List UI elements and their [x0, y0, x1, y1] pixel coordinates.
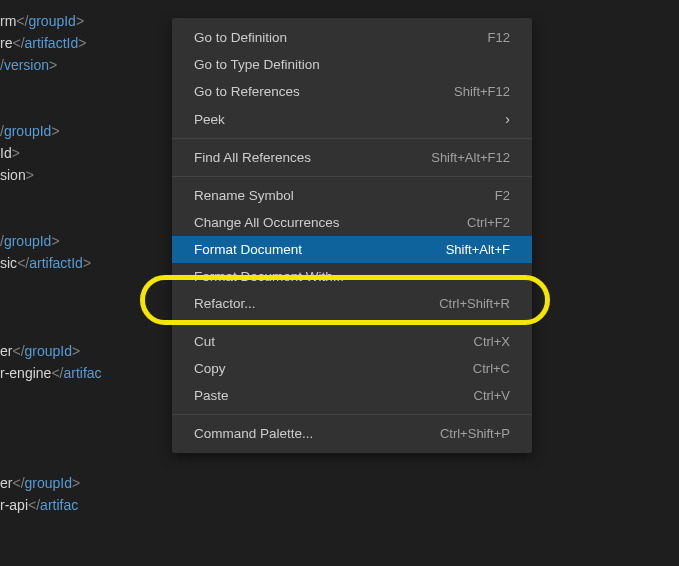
menu-item-shortcut: F12: [488, 30, 510, 45]
menu-item-label: Peek: [194, 112, 225, 127]
menu-item-rename-symbol[interactable]: Rename SymbolF2: [172, 182, 532, 209]
menu-item-shortcut: Ctrl+Shift+R: [439, 296, 510, 311]
code-line: [0, 450, 679, 472]
menu-item-label: Refactor...: [194, 296, 256, 311]
menu-item-label: Rename Symbol: [194, 188, 294, 203]
menu-item-label: Find All References: [194, 150, 311, 165]
menu-separator: [172, 138, 532, 139]
code-line: r-api</artifac: [0, 494, 679, 516]
menu-item-find-all-references[interactable]: Find All ReferencesShift+Alt+F12: [172, 144, 532, 171]
menu-item-change-all-occurrences[interactable]: Change All OccurrencesCtrl+F2: [172, 209, 532, 236]
menu-item-paste[interactable]: PasteCtrl+V: [172, 382, 532, 409]
menu-item-command-palette[interactable]: Command Palette...Ctrl+Shift+P: [172, 420, 532, 447]
menu-item-peek[interactable]: Peek›: [172, 105, 532, 133]
menu-separator: [172, 414, 532, 415]
menu-item-shortcut: Shift+Alt+F: [446, 242, 510, 257]
menu-item-format-document-with[interactable]: Format Document With...: [172, 263, 532, 290]
menu-item-shortcut: Ctrl+Shift+P: [440, 426, 510, 441]
menu-item-go-to-references[interactable]: Go to ReferencesShift+F12: [172, 78, 532, 105]
menu-separator: [172, 176, 532, 177]
menu-item-shortcut: Ctrl+F2: [467, 215, 510, 230]
menu-item-label: Paste: [194, 388, 229, 403]
menu-item-label: Cut: [194, 334, 215, 349]
menu-item-label: Format Document With...: [194, 269, 344, 284]
menu-item-shortcut: Shift+Alt+F12: [431, 150, 510, 165]
menu-item-go-to-type-definition[interactable]: Go to Type Definition: [172, 51, 532, 78]
menu-item-format-document[interactable]: Format DocumentShift+Alt+F: [172, 236, 532, 263]
menu-item-refactor[interactable]: Refactor...Ctrl+Shift+R: [172, 290, 532, 317]
chevron-right-icon: ›: [505, 111, 510, 127]
menu-item-shortcut: Ctrl+C: [473, 361, 510, 376]
menu-item-label: Go to References: [194, 84, 300, 99]
menu-item-label: Format Document: [194, 242, 302, 257]
menu-item-copy[interactable]: CopyCtrl+C: [172, 355, 532, 382]
menu-item-go-to-definition[interactable]: Go to DefinitionF12: [172, 24, 532, 51]
menu-item-shortcut: Shift+F12: [454, 84, 510, 99]
menu-item-shortcut: F2: [495, 188, 510, 203]
code-line: er</groupId>: [0, 472, 679, 494]
menu-separator: [172, 322, 532, 323]
menu-item-cut[interactable]: CutCtrl+X: [172, 328, 532, 355]
menu-item-label: Command Palette...: [194, 426, 313, 441]
menu-item-shortcut: Ctrl+X: [474, 334, 510, 349]
context-menu: Go to DefinitionF12Go to Type Definition…: [172, 18, 532, 453]
menu-item-label: Copy: [194, 361, 226, 376]
menu-item-label: Go to Definition: [194, 30, 287, 45]
menu-item-label: Change All Occurrences: [194, 215, 340, 230]
menu-item-label: Go to Type Definition: [194, 57, 320, 72]
menu-item-shortcut: Ctrl+V: [474, 388, 510, 403]
